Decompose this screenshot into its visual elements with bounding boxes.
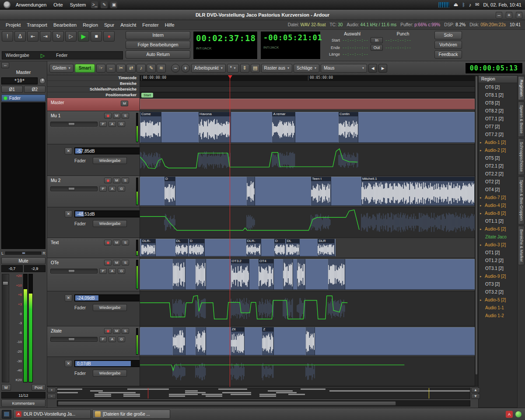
panel-menu-orte[interactable]: Orte [50,1,66,8]
disclosure-arrow-icon[interactable]: ▸ [480,202,485,210]
playlist-button[interactable]: P [99,186,107,192]
trim-knob[interactable] [39,78,46,84]
start-marker[interactable]: Start [141,93,153,98]
session-summary[interactable] [57,388,470,399]
region-list-item-ot2-1-2-[interactable]: OT2.1 [2] [479,162,517,170]
region-list-item-audio-9-2-[interactable]: ▸Audio-9 [2] [479,273,517,280]
feedback-button[interactable]: Feedback [434,50,462,59]
nav-next-button[interactable]: ▶ [378,64,387,73]
meter-mode-button[interactable]: M [1,384,11,391]
region-list-item-ot5-2-[interactable]: OT5 [2] [479,154,517,162]
primary-clock[interactable]: 00:02:37:18 INT/JACK [193,31,258,60]
track-fader-thumb[interactable] [68,122,75,126]
region-list-item-audio-4-2-[interactable]: ▸Audio-4 [2] [479,202,517,210]
panel-clock[interactable]: Di, 02. Feb, 10:41 [483,2,522,7]
menu-spur[interactable]: Spur [101,21,117,28]
region-d[interactable]: D [164,177,175,206]
hide-automation-button[interactable]: ✕ [65,294,72,301]
ranges-ruler[interactable] [140,81,475,87]
edit-point-dropdown[interactable]: Arbeitspunkt▾ [191,64,226,73]
expand-strip-button[interactable]: ⇔ [1,62,9,68]
editor-horizontal-scrollbar[interactable] [57,400,470,406]
playback-mode-bar[interactable]: Wiedergabe ▷ Feder [2,51,123,60]
auto-return-button[interactable]: Auto Return [126,50,190,59]
region-list-item-ot3-2-[interactable]: OT3 [2] [479,280,517,288]
region-z[interactable]: Z [262,327,274,355]
region-unnamed[interactable] [195,327,206,355]
automation-line[interactable] [140,357,475,386]
play-button[interactable]: ▶ [78,31,89,42]
punch-time[interactable]: --:--:--:-- [385,38,412,42]
region-list-item-audio-5-2-[interactable]: ▸Audio-5 [2] [479,296,517,304]
summary-scroll-down-button[interactable]: ▼ [471,394,480,399]
region-mitchell-1[interactable]: Mitchell.1 [361,177,475,206]
automation-mode-button[interactable]: Wiedergabe [93,370,127,377]
menu-projekt[interactable]: Projekt [3,21,24,28]
track-header[interactable]: ✕-24,09dBFaderWiedergabe [47,291,140,326]
disclosure-arrow-icon[interactable]: ▸ [480,296,485,304]
region-list-item-ot8-2-2-[interactable]: OT8.2 [2] [479,107,517,115]
gain-display[interactable]: *10* [1,77,38,84]
stretch-tool[interactable]: ⇄ [126,64,136,73]
mouse-mode-dropdown[interactable]: Maus▾ [321,64,367,73]
nav-prev-button[interactable]: ◀ [368,64,377,73]
region-list-item-audio-1-2-[interactable]: ▸Audio-1 [2] [479,139,517,147]
region-list-item-ot4-2-[interactable]: OT4 [2] [479,186,517,194]
notes-launcher-icon[interactable]: ✎ [101,1,108,8]
strip-name[interactable]: Master [1,70,46,76]
range-tool[interactable]: ↔ [106,64,116,73]
taskbar-window-1[interactable]: [Dateien für die große ... [92,410,170,419]
track-timeline[interactable] [140,144,475,175]
solo-button[interactable]: S [122,260,129,266]
menu-hilfe[interactable]: Hilfe [162,21,178,28]
region-come[interactable]: Come [140,112,161,143]
region-list-item-audio-6-2-[interactable]: ▸Audio-6 [2] [479,225,517,233]
track-timeline[interactable] [140,207,475,238]
track-timeline[interactable]: DTeen tMitchell.1 [140,176,475,207]
track-fader-thumb[interactable] [68,338,75,341]
disclosure-arrow-icon[interactable]: ▸ [480,225,485,233]
save-view-button[interactable]: ▤ [251,64,260,73]
region-d[interactable]: D [274,239,285,256]
summary-zoom-in-button[interactable]: + [47,388,56,393]
region-list-item-audio-7-2-[interactable]: ▸Audio-7 [2] [479,194,517,202]
gain-fader[interactable] [2,274,9,382]
side-tab-regionen[interactable]: Regionen [518,76,525,100]
track-header[interactable]: ✕0,07dBFaderWiedergabe [47,357,140,386]
balance-thumb[interactable] [22,252,25,254]
track-header[interactable]: OTeMSPAG [47,258,140,291]
automation-value-box[interactable]: -24,09dB [74,294,140,301]
disclosure-arrow-icon[interactable]: ▸ [480,210,485,217]
region-list-item-ot1-2-[interactable]: OT1 [2] [479,249,517,257]
track-header[interactable]: MasterM [47,98,140,111]
snap-mode-dropdown[interactable]: Raster aus▾ [261,64,292,73]
track-fader[interactable] [50,269,98,273]
mail-icon[interactable]: ✉ [475,2,479,7]
region-unnamed[interactable] [195,259,206,290]
peak-right[interactable]: -2,9 [24,265,46,272]
screenshot-launcher-icon[interactable]: ▣ [110,1,117,8]
peak-left[interactable]: -0,7 [1,265,23,272]
close-button[interactable]: × [516,12,522,18]
region-list-header[interactable]: Region [479,76,517,83]
track-fader[interactable] [50,122,98,126]
track-timeline[interactable] [140,98,475,111]
panel-menu-anwendungen[interactable]: Anwendungen [12,1,50,8]
side-tab-bereiche-marker[interactable]: Bereiche & Marker [518,226,525,266]
zoom-out-button[interactable]: − [171,64,180,73]
summary-scroll-up-button[interactable]: ▲ [471,388,480,393]
ruler-label-ranges[interactable]: Bereiche [47,81,140,87]
zoom-focus-dropdown[interactable]: *▾ [227,64,239,73]
vertical-scroll-thumb[interactable] [476,76,477,374]
region-list-item-audio-1-1[interactable]: Audio 1-1 [479,304,517,312]
processor-box[interactable] [1,102,46,249]
maximize-button[interactable]: + [506,12,512,18]
sync-source-button[interactable]: Intern [126,31,190,39]
region-list-item-ot1-1-2-[interactable]: OT1.1 [2] [479,217,517,225]
group-button[interactable]: G [118,336,125,342]
region-dlr-[interactable]: DLR- [246,239,261,256]
automation-line[interactable] [140,144,475,175]
region-unnamed[interactable] [305,327,315,355]
track-header[interactable]: ✕-57,85dBFaderWiedergabe [47,144,140,175]
region-list-item-ot2-2-[interactable]: OT2 [2] [479,178,517,186]
